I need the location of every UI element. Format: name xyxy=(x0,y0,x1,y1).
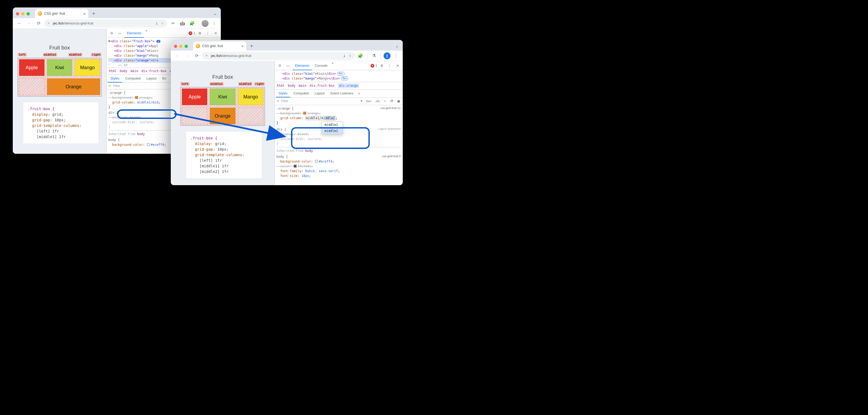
new-tab-button[interactable]: + xyxy=(90,10,97,17)
tab-console[interactable]: Console xyxy=(312,61,330,70)
scissors-extension-icon[interactable]: ✂︎ xyxy=(169,20,177,27)
dom-tree[interactable]: <div class="kiwi">Kiwi</div>flex <div cl… xyxy=(275,70,403,82)
page-viewport: Fruit box left middle1 middle2 right App… xyxy=(13,29,106,154)
address-bar[interactable]: ᯤ jec.fish/demo/css-grid-fruit ⤓ ☆ xyxy=(202,52,355,60)
tab-styles[interactable]: Styles xyxy=(276,90,290,97)
new-style-rule-icon[interactable]: ＋ xyxy=(382,99,388,104)
browser-menu-icon[interactable]: ⋮ xyxy=(392,52,400,60)
browser-toolbar: ← → ⟳ ᯤ jec.fish/demo/css-grid-fruit ⤓ ☆… xyxy=(13,18,221,29)
close-window-icon[interactable] xyxy=(16,12,19,15)
install-app-icon[interactable]: ⤓ xyxy=(155,21,158,25)
cell-mango: Mango xyxy=(75,59,100,76)
devtools-tabs: Elements » xyxy=(124,29,188,37)
browser-menu-icon[interactable]: ⋮ xyxy=(210,20,218,27)
source-link[interactable]: css-grid-fruit:11 xyxy=(380,106,401,110)
css-selector: .fruit-box { xyxy=(28,107,55,111)
tab-computed[interactable]: Computed xyxy=(291,90,311,97)
site-info-icon[interactable]: ᯤ xyxy=(205,54,209,58)
grid-column-value[interactable]: middle1/mi xyxy=(306,116,325,120)
devtools-close-icon[interactable]: ✕ xyxy=(394,62,401,69)
forward-button[interactable]: → xyxy=(183,52,191,60)
extensions-icon[interactable]: 🧩 xyxy=(188,20,196,27)
breadcrumb-current[interactable]: div.orange xyxy=(338,83,359,88)
hov-toggle[interactable]: :hov xyxy=(365,99,372,103)
tabs-dropdown-icon[interactable]: ⌄ xyxy=(212,11,218,16)
site-info-icon[interactable]: ᯤ xyxy=(48,21,51,25)
maximize-window-icon[interactable] xyxy=(185,45,188,48)
cell-empty xyxy=(19,78,44,95)
close-tab-icon[interactable]: × xyxy=(83,12,86,16)
tab-elements[interactable]: Elements xyxy=(124,29,144,38)
tab-computed[interactable]: Computed xyxy=(123,75,144,83)
dom-overflow-icon[interactable]: ⋯ xyxy=(107,62,112,66)
styles-pane[interactable]: css-grid-fruit:11 .orange { background: … xyxy=(275,105,403,185)
more-subtabs-icon[interactable]: » xyxy=(356,92,362,95)
devtools-toolbar: ⯐ ▭ Elements Console » ✕1 ⚙ ⋮ ✕ xyxy=(275,61,403,70)
cell-empty xyxy=(238,108,264,124)
extensions-icon[interactable]: 🧩 xyxy=(356,52,365,60)
cls-toggle[interactable]: .cls xyxy=(374,99,381,103)
devtools-menu-icon[interactable]: ⋮ xyxy=(204,30,211,37)
ai-assist-icon[interactable]: ✦ xyxy=(360,99,363,103)
autocomplete-item[interactable]: middle1 xyxy=(322,122,343,128)
computed-sidebar-icon[interactable]: 🗗 xyxy=(389,99,395,103)
tab-elements[interactable]: Elements xyxy=(292,61,312,70)
address-bar[interactable]: ᯤ jec.fish/demo/css-grid-fruit ⤓ ☆ xyxy=(44,20,167,27)
robot-extension-icon[interactable]: 🤖 xyxy=(179,20,186,27)
reload-button[interactable]: ⟳ xyxy=(35,20,42,27)
tab-styles[interactable]: Styles xyxy=(108,75,122,83)
labs-icon[interactable]: ⚗︎ xyxy=(370,52,378,60)
profile-avatar[interactable] xyxy=(383,53,391,59)
grid-label-left: left xyxy=(18,53,27,56)
rendering-icon[interactable]: ▣ xyxy=(396,99,401,103)
inspect-element-icon[interactable]: ⯐ xyxy=(276,62,283,69)
minimize-window-icon[interactable] xyxy=(21,12,25,15)
tab-event-listeners[interactable]: Ev xyxy=(160,75,169,83)
source-link[interactable]: css-grid-fruit:3 xyxy=(382,154,401,158)
rule-body[interactable]: css-grid-fruit:3 body { background-color… xyxy=(276,154,401,178)
autocomplete-popup[interactable]: middle1 middle2 xyxy=(321,122,343,134)
grid-column-value[interactable]: middle1/mid xyxy=(137,101,158,104)
new-tab-button[interactable]: + xyxy=(248,42,255,50)
bookmark-icon[interactable]: ☆ xyxy=(348,54,352,58)
devtools-settings-icon[interactable]: ⚙ xyxy=(196,30,203,37)
styles-filter-input[interactable]: ⏷ Filter xyxy=(276,99,359,103)
device-toolbar-icon[interactable]: ▭ xyxy=(116,30,123,37)
browser-tab[interactable]: CSS grid- fruit × xyxy=(35,9,88,18)
devtools-settings-icon[interactable]: ⚙ xyxy=(378,62,385,69)
autocomplete-item-selected[interactable]: middle2 xyxy=(322,128,343,134)
page-title: Fruit box xyxy=(13,45,106,51)
profile-avatar[interactable] xyxy=(202,20,209,27)
styles-subtabs: Styles Computed Layout Event Listeners » xyxy=(275,90,403,98)
forward-button[interactable]: → xyxy=(25,20,33,27)
tab-event-listeners[interactable]: Event Listeners xyxy=(328,90,356,97)
minimize-window-icon[interactable] xyxy=(179,45,183,48)
error-count[interactable]: ✕1 xyxy=(189,31,195,35)
dom-breadcrumb[interactable]: html body main div.fruit-box div.orange xyxy=(275,82,403,90)
tab-layout[interactable]: Layout xyxy=(312,90,328,97)
tabs-dropdown-icon[interactable]: ⌄ xyxy=(394,43,400,49)
devtools-close-icon[interactable]: ✕ xyxy=(212,30,219,37)
close-tab-icon[interactable]: × xyxy=(241,44,244,48)
cell-kiwi: Kiwi xyxy=(47,59,72,76)
back-button[interactable]: ← xyxy=(16,20,23,27)
device-toolbar-icon[interactable]: ▭ xyxy=(284,62,291,69)
error-count[interactable]: ✕1 xyxy=(371,64,377,68)
install-app-icon[interactable]: ⤓ xyxy=(343,54,346,58)
filter-icon: ⏷ xyxy=(276,99,280,103)
back-button[interactable]: ← xyxy=(174,52,181,60)
window-controls xyxy=(174,45,188,48)
close-window-icon[interactable] xyxy=(174,45,177,48)
more-panels-icon[interactable]: » xyxy=(330,61,335,70)
bookmark-icon[interactable]: ☆ xyxy=(161,21,164,25)
tab-layout[interactable]: Layout xyxy=(144,75,159,83)
tab-bar: CSS grid- fruit × + ⌄ xyxy=(171,40,403,51)
inspect-element-icon[interactable]: ⯐ xyxy=(108,30,115,37)
more-panels-icon[interactable]: » xyxy=(144,29,149,37)
maximize-window-icon[interactable] xyxy=(27,12,30,15)
devtools-menu-icon[interactable]: ⋮ xyxy=(386,62,393,69)
cell-apple: Apple xyxy=(182,89,207,105)
browser-tab[interactable]: CSS grid- fruit × xyxy=(193,41,246,51)
reload-button[interactable]: ⟳ xyxy=(193,52,200,60)
cell-orange: Orange xyxy=(47,78,100,95)
